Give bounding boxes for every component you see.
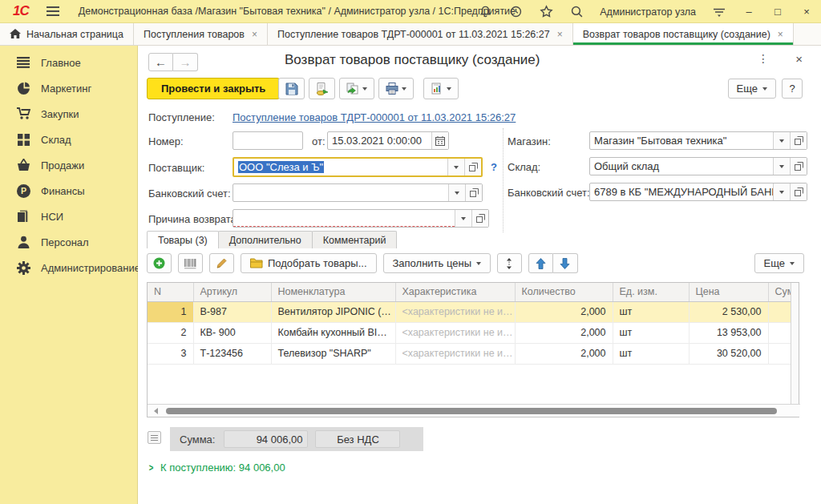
tab-additional[interactable]: Дополнительно bbox=[218, 231, 313, 248]
tab-comment[interactable]: Комментарий bbox=[312, 231, 398, 248]
warehouse-input[interactable]: Общий склад bbox=[589, 157, 807, 175]
move-row-down-button[interactable] bbox=[553, 253, 578, 273]
dropdown-button[interactable] bbox=[455, 210, 471, 227]
tab-home[interactable]: Начальная страница bbox=[0, 23, 134, 45]
open-value-button[interactable] bbox=[790, 132, 807, 149]
minimize-button[interactable]: – bbox=[742, 6, 755, 18]
horizontal-scrollbar[interactable] bbox=[148, 404, 800, 417]
back-arrow-button[interactable]: ← bbox=[148, 53, 173, 71]
sidebar-item-purchases[interactable]: Закупки bbox=[0, 101, 137, 127]
sidebar-item-sales[interactable]: Продажи bbox=[0, 152, 137, 178]
tab-close-icon[interactable]: × bbox=[557, 29, 563, 40]
scrollbar-thumb[interactable] bbox=[166, 408, 777, 414]
date-input[interactable]: 15.03.2021 0:00:00 bbox=[327, 131, 449, 150]
tab-close-icon[interactable]: × bbox=[778, 29, 783, 40]
close-window-button[interactable]: × bbox=[800, 6, 813, 18]
form-more-button[interactable]: Еще bbox=[728, 79, 776, 99]
col-unit[interactable]: Ед. изм. bbox=[613, 283, 689, 301]
sidebar-item-finance[interactable]: Р Финансы bbox=[0, 178, 137, 204]
basket-icon bbox=[16, 158, 30, 172]
sidebar-item-masterdata[interactable]: НСИ bbox=[0, 204, 137, 229]
table-row[interactable]: 1 В-987 Вентилятор JIPONIC (… <характери… bbox=[148, 301, 792, 322]
col-qty[interactable]: Количество bbox=[515, 283, 613, 301]
form-title: Возврат товаров поставщику (создание) bbox=[285, 52, 540, 68]
save-button[interactable] bbox=[278, 78, 305, 99]
open-value-button[interactable] bbox=[790, 183, 807, 200]
number-input[interactable] bbox=[233, 131, 303, 150]
col-n[interactable]: N bbox=[148, 283, 193, 301]
favorites-star-icon[interactable] bbox=[539, 5, 553, 19]
move-row-up-button[interactable] bbox=[528, 253, 553, 273]
dropdown-caret-icon bbox=[476, 262, 481, 265]
col-item[interactable]: Номенклатура bbox=[271, 283, 395, 301]
tab-goods-receipt-document[interactable]: Поступление товаров ТДРТ-000001 от 11.03… bbox=[268, 23, 573, 45]
bank-account2-input[interactable]: 6789 в КБ "МЕЖДУНАРОДНЫЙ БАНК РА bbox=[589, 183, 807, 201]
table-row[interactable]: 2 КВ- 900 Комбайн кухонный BI… <характер… bbox=[148, 322, 792, 343]
vat-value: Без НДС bbox=[315, 430, 400, 448]
help-button[interactable]: ? bbox=[782, 79, 803, 99]
dropdown-button[interactable] bbox=[773, 158, 790, 175]
sidebar-item-personnel[interactable]: Персонал bbox=[0, 229, 137, 255]
calendar-icon[interactable] bbox=[431, 132, 448, 149]
pick-goods-button[interactable]: Подобрать товары... bbox=[241, 253, 377, 273]
fill-prices-button[interactable]: Заполнить цены bbox=[383, 253, 491, 273]
tab-close-icon[interactable]: × bbox=[252, 29, 257, 40]
col-characteristic[interactable]: Характеристика bbox=[395, 283, 515, 301]
store-input[interactable]: Магазин "Бытовая техника" bbox=[589, 131, 807, 150]
dropdown-button[interactable] bbox=[773, 132, 790, 149]
col-price[interactable]: Цена bbox=[689, 283, 768, 301]
create-based-on-button[interactable] bbox=[339, 78, 374, 99]
more-dots-icon[interactable]: ⋮ bbox=[758, 52, 769, 65]
return-reason-input[interactable] bbox=[233, 209, 489, 228]
sidebar-item-marketing[interactable]: Маркетинг bbox=[0, 75, 137, 101]
table-more-button[interactable]: Еще bbox=[754, 253, 804, 273]
add-row-button[interactable] bbox=[147, 253, 172, 273]
open-value-button[interactable] bbox=[790, 158, 807, 175]
bank-account-input[interactable] bbox=[233, 183, 483, 202]
scroll-left-icon[interactable] bbox=[154, 408, 158, 414]
forward-arrow-button[interactable]: → bbox=[173, 53, 198, 71]
current-user[interactable]: Администратор узла bbox=[600, 6, 696, 18]
print-button[interactable] bbox=[378, 78, 414, 99]
number-label: Номер: bbox=[148, 135, 184, 147]
grid-icon bbox=[16, 132, 30, 147]
barcode-scan-button[interactable] bbox=[178, 253, 203, 273]
dropdown-button[interactable] bbox=[773, 183, 790, 200]
table-toolbar: Подобрать товары... Заполнить цены Еще bbox=[147, 252, 804, 275]
form-close-icon[interactable]: × bbox=[795, 52, 803, 66]
supplier-help-link[interactable]: ? bbox=[491, 161, 497, 173]
open-value-button[interactable] bbox=[471, 210, 488, 227]
supplier-input[interactable]: ООО "Слеза и Ъ" bbox=[233, 157, 483, 177]
main-menu-icon[interactable] bbox=[47, 6, 59, 16]
table-row[interactable]: 3 Т-123456 Телевизор "SHARP" <характерис… bbox=[148, 343, 792, 364]
dropdown-button[interactable] bbox=[447, 159, 464, 175]
notifications-bell-icon[interactable] bbox=[478, 5, 492, 19]
post-document-button[interactable] bbox=[309, 78, 335, 99]
open-value-button[interactable] bbox=[465, 184, 482, 201]
sidebar-item-main[interactable]: Главное bbox=[0, 50, 137, 75]
vertical-scrollbar[interactable] bbox=[791, 283, 799, 404]
history-icon[interactable] bbox=[508, 5, 523, 19]
app-window: 1С Демонстрационная база /Магазин "Бытов… bbox=[0, 0, 821, 504]
sidebar-item-administration[interactable]: Администрирование bbox=[0, 255, 137, 280]
home-icon bbox=[10, 29, 21, 39]
resize-rows-button[interactable] bbox=[497, 253, 522, 273]
footer-settings-icon[interactable] bbox=[148, 431, 161, 444]
dropdown-button[interactable] bbox=[448, 184, 465, 201]
open-value-button[interactable] bbox=[464, 159, 481, 175]
col-article[interactable]: Артикул bbox=[193, 283, 271, 301]
service-menu-icon[interactable] bbox=[712, 5, 726, 19]
sidebar-item-warehouse[interactable]: Склад bbox=[0, 127, 137, 152]
post-and-close-button[interactable]: Провести и закрыть bbox=[147, 78, 280, 99]
chevron-right-icon: > bbox=[149, 462, 154, 474]
tab-goods[interactable]: Товары (3) bbox=[147, 231, 219, 248]
tab-goods-receipts-list[interactable]: Поступления товаров × bbox=[134, 23, 268, 45]
reports-button[interactable] bbox=[423, 78, 459, 99]
receipt-document-link[interactable]: Поступление товаров ТДРТ-000001 от 11.03… bbox=[233, 111, 516, 123]
tab-return-to-supplier[interactable]: Возврат товаров поставщику (создание) × bbox=[573, 23, 794, 45]
search-icon[interactable] bbox=[569, 5, 584, 19]
maximize-button[interactable]: □ bbox=[771, 6, 784, 18]
to-receipt-link[interactable]: > К поступлению: 94 006,00 bbox=[148, 462, 285, 474]
edit-row-button[interactable] bbox=[209, 253, 234, 273]
col-sum[interactable]: Сумма bbox=[768, 283, 792, 301]
